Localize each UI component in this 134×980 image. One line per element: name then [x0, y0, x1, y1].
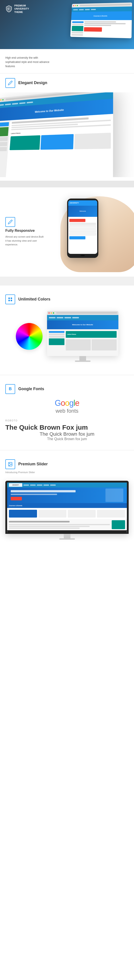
elegant-body: Latest News	[0, 114, 113, 177]
colors-sidebar-mini	[49, 331, 64, 354]
slider-icon-box	[5, 459, 15, 469]
nav-link-1	[23, 485, 29, 486]
course-card-1	[9, 510, 37, 517]
phone-home-btn	[80, 255, 85, 256]
grid-icon	[8, 297, 13, 302]
colors-browser-bar	[47, 311, 118, 315]
phone-line-2	[69, 224, 96, 225]
fully-responsive-section: Fully Responsive Almost any screen and d…	[0, 188, 134, 277]
elegant-mockup-container: Welcome to Our Website Latest News	[0, 92, 134, 177]
elegant-main-content: Latest News	[6, 114, 113, 177]
colors-display-area: Welcome to Our Website Latest News	[5, 311, 129, 362]
courses-label: Courses & Events	[9, 505, 22, 506]
b-icon: B	[9, 387, 12, 391]
shield-icon: U	[5, 5, 13, 12]
image-icon	[8, 462, 13, 467]
description-section: High end university the with sophaticate…	[0, 49, 134, 73]
colors-title: Unlimited Colors	[18, 297, 50, 302]
fonts-display: Google web fonts ROBOTO The Quick Brown …	[5, 398, 129, 441]
monitor-slider-hero	[7, 487, 127, 503]
slider-image-mock	[105, 488, 123, 502]
phone-form-1	[69, 226, 96, 229]
brand-line3: THEME	[14, 11, 23, 13]
google-letter-o1: o	[61, 398, 65, 407]
browser-navbar	[72, 6, 132, 12]
monitor-courses-bar: Courses & Events	[7, 503, 127, 508]
monitor-screen: UNIVERSITY	[5, 481, 129, 534]
responsive-icon-box	[5, 217, 15, 227]
google-fonts-section: B Google Fonts Google web fonts ROBOTO T…	[0, 375, 134, 450]
google-web-fonts-text: web fonts	[5, 408, 129, 414]
font-sample-large: The Quick Brown Fox jum	[5, 424, 129, 431]
responsive-title: Fully Responsive	[5, 229, 45, 233]
colors-browser: Welcome to Our Website Latest News	[47, 311, 118, 356]
color-wheel	[16, 323, 43, 350]
google-letter-g: G	[54, 398, 61, 407]
monitor-base-piece	[59, 538, 75, 539]
colors-body: Latest News	[47, 329, 118, 356]
colors-browser-mockup: Welcome to Our Website Latest News	[47, 311, 118, 362]
welcome-text-area	[9, 521, 110, 529]
divider-3	[0, 277, 134, 286]
svg-rect-4	[11, 300, 12, 301]
slider-monitor-area: UNIVERSITY	[5, 481, 129, 539]
phone-form-3	[69, 233, 96, 235]
nav-link-3	[37, 485, 42, 486]
google-letter-l: l	[73, 398, 75, 407]
nav-link-5	[50, 485, 56, 486]
news-card-3	[74, 132, 111, 149]
browser-courses-label: Courses & Events	[93, 15, 107, 17]
responsive-feature-header	[5, 217, 45, 227]
course-card-3	[68, 510, 96, 517]
responsive-pencil-icon	[8, 220, 13, 224]
svg-text:U: U	[8, 8, 9, 10]
slider-text-content	[11, 490, 103, 500]
monitor-nav: UNIVERSITY	[7, 482, 127, 487]
news-card-1	[10, 135, 40, 150]
colors-icon-box	[5, 294, 15, 304]
slider-feature-header: Premium Slider	[5, 459, 129, 469]
phone-brand-label: UNIVERSITY	[70, 202, 79, 204]
google-logo-display: Google	[5, 398, 129, 408]
phone-device: UNIVERSITY Welcome	[67, 199, 98, 258]
browser-main-area	[84, 21, 131, 37]
monitor-stand	[80, 356, 86, 361]
colors-latest-news: Latest News	[67, 334, 76, 335]
phone-submit-btn	[69, 236, 85, 239]
phone-btn-mock	[69, 219, 85, 222]
browser-dot-green	[77, 5, 78, 6]
browser-window: Courses & Events	[70, 2, 132, 38]
welcome-line-1	[9, 524, 110, 525]
fonts-icon-box: B	[5, 384, 15, 394]
svg-rect-3	[8, 300, 10, 301]
welcome-line-3	[9, 528, 80, 529]
responsive-text-column: Fully Responsive Almost any screen and d…	[0, 217, 45, 247]
responsive-subtitle: Almost any screen and device.Built it ha…	[5, 235, 45, 247]
svg-point-6	[9, 463, 10, 464]
elegant-design-title: Elegant Design	[18, 81, 47, 85]
colors-welcome-text: Welcome to Our Website	[72, 324, 93, 326]
browser-dot-yellow	[75, 5, 76, 6]
nav-link-2	[30, 485, 36, 486]
elegant-browser-wrapper: Welcome to Our Website Latest News	[0, 92, 113, 177]
slider-title-mock	[11, 490, 76, 492]
slider-description: Introducing Premium Slider	[5, 471, 129, 474]
monitor-welcome-area	[7, 519, 127, 530]
brand-line2: UNIVERSITY	[14, 7, 29, 10]
google-letter-e: e	[75, 398, 80, 407]
svg-rect-1	[8, 298, 10, 299]
unlimited-colors-section: Unlimited Colors Welcome to Our	[0, 286, 134, 375]
phone-mockup-area: UNIVERSITY Welcome	[54, 192, 134, 272]
monitor-courses-cards	[7, 508, 127, 519]
colors-main-content: Latest News	[66, 331, 116, 354]
phone-form-2	[69, 229, 96, 232]
monitor-brand-text: UNIVERSITY	[12, 484, 19, 486]
course-card-2	[38, 510, 67, 517]
welcome-title-mock	[9, 521, 70, 522]
svg-rect-2	[11, 298, 12, 299]
font-sample-small: The Quick Brown fox jum	[5, 437, 129, 441]
google-letter-g2: g	[69, 398, 73, 407]
phone-hero-area: Welcome	[68, 206, 97, 217]
course-card-4	[97, 510, 125, 517]
browser-hero-banner: Courses & Events	[71, 11, 132, 20]
